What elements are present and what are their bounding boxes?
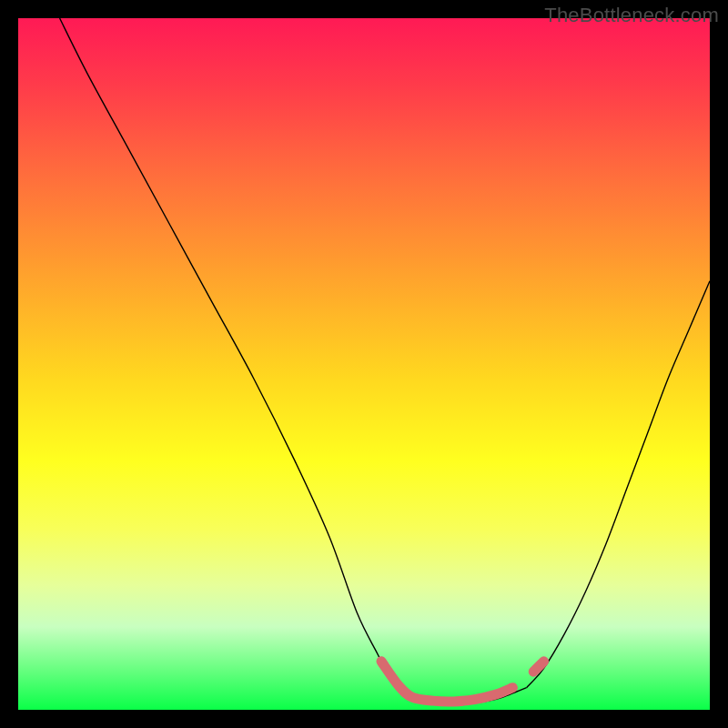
curve-layer: [18, 18, 710, 710]
left-branch-curve: [60, 18, 406, 696]
plot-area: [18, 18, 710, 710]
right-branch-curve: [527, 281, 710, 688]
watermark-text: TheBottleneck.com: [544, 4, 719, 27]
highlight-valley: [381, 662, 512, 702]
